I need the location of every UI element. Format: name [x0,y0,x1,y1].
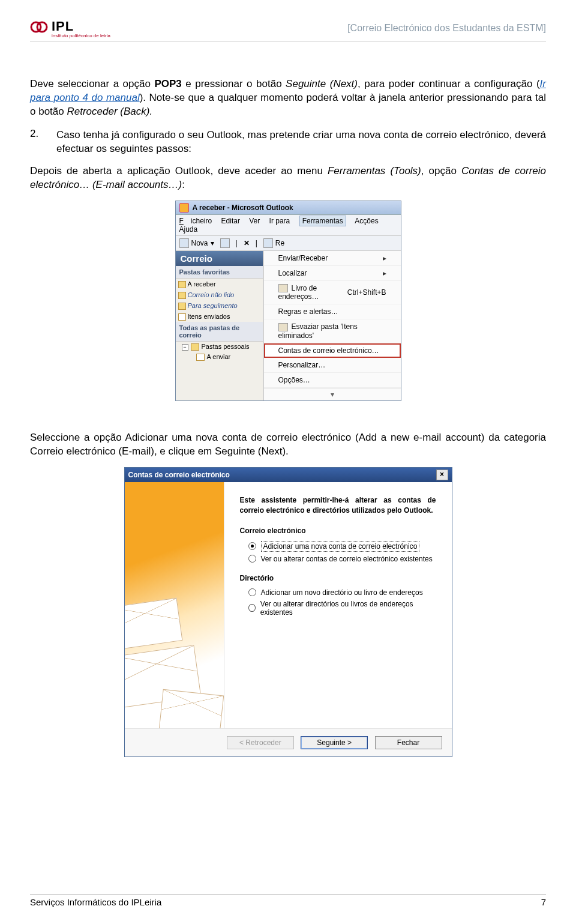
radio-icon [248,588,256,596]
radio-add-account[interactable]: Adicionar uma nova conta de correio elec… [248,541,436,552]
outlook-split: Correio Pastas favoritas A receber Corre… [176,251,401,401]
dialog-body: Este assistente permitir-lhe-á alterar a… [125,482,452,728]
nav-favorites-label: Pastas favoritas [176,266,263,279]
mi-accounts[interactable]: Contas de correio electrónico… [264,343,401,358]
outlook-toolbar: Nova ▾ | ✕ | Re [176,236,401,251]
mi-sendrecv[interactable]: Enviar/Receber▸ [264,251,401,266]
nav-follow[interactable]: Para seguimento [176,300,263,311]
reply-icon [263,238,273,248]
mi-sendrecv-label: Enviar/Receber [278,254,328,262]
toolbar-reply[interactable]: Re [263,238,284,248]
menu-file[interactable]: FFicheiroicheiro [179,217,212,225]
next-button[interactable]: Seguinte > [301,736,368,749]
outlook-navpane: Correio Pastas favoritas A receber Corre… [176,251,263,401]
radio-view-accounts[interactable]: Ver ou alterar contas de correio electró… [248,555,436,563]
radio-icon [248,604,256,612]
dialog-footer: < Retroceder Seguinte > Fechar [125,728,452,756]
p1-bold-pop3: POP3 [154,78,181,89]
close-icon[interactable]: × [436,470,448,480]
p2-c: : [182,179,185,190]
radio-add-account-label: Adicionar uma nova conta de correio elec… [261,541,420,552]
li2-number: 2. [30,127,47,141]
mi-rules[interactable]: Regras e alertas… [264,304,401,319]
envelope-icon [125,598,182,650]
p2-a: Depois de aberta a aplicação Outlook, de… [30,165,328,177]
radio-view-accounts-label: Ver ou alterar contas de correio electró… [261,555,433,563]
li2-text: Caso tenha já configurado o seu Outlook,… [56,128,546,156]
tree-root[interactable]: −Pastas pessoais [176,342,263,352]
mi-options[interactable]: Opções… [264,373,401,388]
p2-ferramentas: Ferramentas (Tools) [328,165,421,177]
mi-customize[interactable]: Personalizar… [264,358,401,373]
menu-edit[interactable]: Editar [221,217,240,225]
tree-collapse-icon[interactable]: − [182,344,188,351]
navpane-header: Correio [176,251,263,266]
toolbar-delete-icon[interactable]: ✕ [244,239,250,247]
radio-view-directories[interactable]: Ver ou alterar directórios ou livros de … [248,600,436,617]
radio-icon [248,542,256,550]
tools-menu-dropdown: Enviar/Receber▸ Localizar▸ Livro de ende… [263,251,401,401]
outlook-titlebar: A receber - Microsoft Outlook [176,201,401,215]
submenu-arrow-icon: ▸ [383,269,386,277]
footer-left: Serviços Informáticos do IPLeiria [30,897,161,907]
addressbook-icon [278,284,288,292]
personal-folders-icon [191,343,199,351]
page-footer: Serviços Informáticos do IPLeiria 7 [30,894,546,907]
radio-add-directory[interactable]: Adicionar um novo directório ou livro de… [248,588,436,597]
page-header: IPL instituto politécnico de leiria [Cor… [30,18,546,38]
tree-root-label: Pastas pessoais [202,343,250,350]
menu-goto[interactable]: Ir para [269,217,290,225]
trash-icon [278,323,288,331]
outlook-menubar: FFicheiroicheiro Editar Ver Ir para Ferr… [176,215,401,236]
svg-point-1 [37,22,47,32]
outlook-icon [179,203,189,213]
envelope-icon [158,689,223,728]
screenshot-accounts-dialog: Contas de correio electrónico × Este ass… [124,467,452,757]
toolbar-sep: | [236,239,238,247]
ipl-logo-icon [30,18,48,38]
menu-tools[interactable]: Ferramentas [299,216,346,226]
radio-view-directories-label: Ver ou alterar directórios ou livros de … [260,600,436,617]
mi-empty[interactable]: Esvaziar pasta 'Itens eliminados' [264,319,401,343]
p1-a: Deve seleccionar a opção [30,78,154,89]
paragraph-1: Deve seleccionar a opção POP3 e pression… [30,77,546,119]
nav-unread[interactable]: Correio não lido [176,289,263,300]
nav-inbox[interactable]: A receber [176,279,263,289]
toolbar-new-label: Nova [191,239,208,247]
dialog-titlebar: Contas de correio electrónico × [125,468,452,482]
mi-rules-label: Regras e alertas… [278,307,338,316]
new-mail-icon [179,238,189,248]
toolbar-new[interactable]: Nova ▾ [179,238,214,248]
nav-sent[interactable]: Itens enviados [176,311,263,322]
radio-add-directory-label: Adicionar um novo directório ou livro de… [261,588,423,597]
toolbar-reply-label: Re [275,239,284,247]
close-button[interactable]: Fechar [375,736,442,749]
p1-b: e pressionar o botão [182,78,286,89]
menu-actions[interactable]: Acções [355,217,378,225]
section-correio: Correio electrónico [240,527,436,535]
mi-find-label: Localizar [278,269,307,277]
dialog-intro: Este assistente permitir-lhe-á alterar a… [240,495,436,516]
tree-outbox[interactable]: A enviar [176,352,263,362]
mi-addrbook-shortcut: Ctrl+Shift+B [347,288,386,297]
logo-text: IPL [52,19,74,34]
document-title: [Correio Electrónico dos Estudantes da E… [347,23,546,34]
mi-find[interactable]: Localizar▸ [264,266,401,281]
menu-expand-chevron-icon[interactable]: ▾ [264,388,401,400]
toolbar-sep2: | [256,239,257,247]
mi-addrbook[interactable]: Livro de endereços…Ctrl+Shift+B [264,281,401,305]
dialog-title: Contas de correio electrónico [128,471,230,479]
mi-options-label: Opções… [278,376,310,384]
screenshot-outlook-menu: A receber - Microsoft Outlook FFicheiroi… [175,201,401,402]
menu-view[interactable]: Ver [249,217,260,225]
logo-subtext: instituto politécnico de leiria [52,33,110,38]
print-icon[interactable] [220,238,230,248]
dialog-artwork [125,482,224,728]
p1-c: , para poder continuar a configuração ( [358,78,540,89]
logo: IPL instituto politécnico de leiria [30,18,110,38]
menu-help[interactable]: Ajuda [179,225,198,234]
section-directorio: Directório [240,574,436,582]
p1-seguinte: Seguinte (Next) [286,78,358,89]
submenu-arrow-icon: ▸ [383,254,386,262]
outbox-icon [196,354,205,361]
